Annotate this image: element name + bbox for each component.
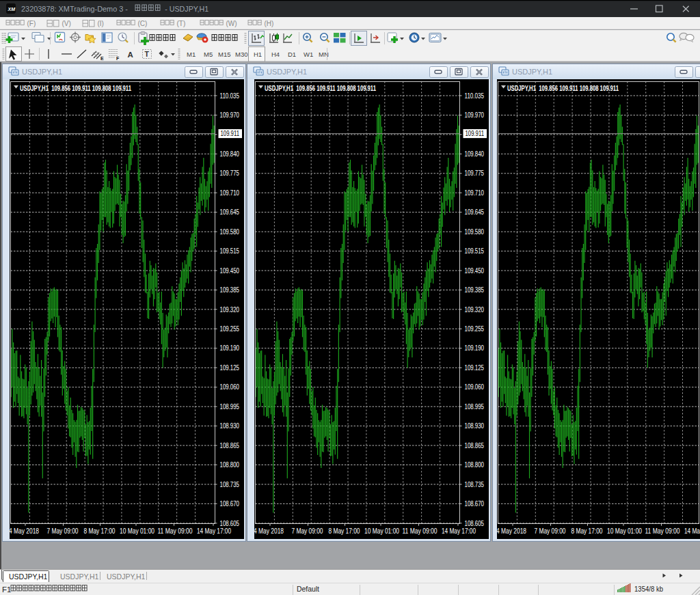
svg-text:7 May 09:00: 7 May 09:00 [535,527,566,535]
svg-text:108.800: 108.800 [465,461,485,469]
svg-text:109.450: 109.450 [220,267,240,275]
svg-text:109.255: 109.255 [465,325,485,333]
svg-text:M1: M1 [187,51,196,58]
svg-text:(F): (F) [27,20,36,27]
svg-text:109.125: 109.125 [465,364,485,372]
svg-text:23203878: XMTrading-Demo 3 -: 23203878: XMTrading-Demo 3 - [21,5,128,13]
svg-text:Default: Default [297,585,319,593]
svg-text:(T): (T) [177,20,186,27]
svg-text:11 May 09:00: 11 May 09:00 [645,527,680,535]
svg-text:M5: M5 [204,51,213,58]
svg-text:(W): (W) [226,20,237,27]
svg-text:109.970: 109.970 [220,111,240,119]
svg-text:- USDJPY,H1: - USDJPY,H1 [165,5,208,13]
svg-text:109.645: 109.645 [465,208,485,216]
svg-text:F1: F1 [2,585,11,594]
svg-text:108.930: 108.930 [465,422,485,430]
svg-text:109.060: 109.060 [465,383,485,391]
svg-text:109.710: 109.710 [465,189,485,197]
svg-text:(C): (C) [138,20,148,27]
svg-text:108.865: 108.865 [465,442,485,449]
svg-text:W1: W1 [304,51,313,58]
svg-text:7 May 09:00: 7 May 09:00 [292,527,323,535]
svg-text:10 May 01:00: 10 May 01:00 [364,527,399,535]
svg-text:110.035: 110.035 [465,92,485,100]
svg-text:F: F [116,56,120,61]
svg-text:D1: D1 [288,51,296,58]
svg-text:14 May 17:00: 14 May 17:00 [684,527,700,535]
svg-text:109.320: 109.320 [220,306,240,314]
svg-text:108.605: 108.605 [220,520,240,527]
svg-text:109.320: 109.320 [465,306,485,314]
svg-text:4 May 2018: 4 May 2018 [10,527,39,535]
svg-text:109.580: 109.580 [465,228,485,236]
svg-text:110.035: 110.035 [220,92,240,100]
svg-text:109.450: 109.450 [465,267,485,275]
svg-text:109.840: 109.840 [465,150,485,158]
svg-text:108.930: 108.930 [220,422,240,430]
svg-text:10 May 01:00: 10 May 01:00 [120,527,154,535]
svg-text:109.255: 109.255 [220,325,240,333]
svg-text:11 May 09:00: 11 May 09:00 [403,527,438,535]
svg-text:8 May 17:00: 8 May 17:00 [571,527,603,535]
svg-text:A: A [128,51,133,59]
svg-text:M30: M30 [235,51,247,58]
svg-text:109.190: 109.190 [220,344,240,352]
svg-text:109.515: 109.515 [465,247,485,255]
svg-text:14 May 17:00: 14 May 17:00 [442,527,476,535]
svg-text:1354/8 kb: 1354/8 kb [634,585,663,593]
svg-text:USDJPY,H1: USDJPY,H1 [60,572,99,581]
svg-text:108.800: 108.800 [220,461,240,469]
svg-text:109.775: 109.775 [465,169,485,177]
svg-text:8 May 17:00: 8 May 17:00 [329,527,360,535]
svg-text:109.125: 109.125 [220,364,240,372]
svg-text:108.670: 108.670 [465,500,485,508]
svg-text:108.995: 108.995 [220,403,240,411]
svg-text:109.775: 109.775 [220,169,240,177]
svg-text:109.580: 109.580 [220,228,240,236]
svg-text:T: T [145,50,150,58]
svg-text:109.515: 109.515 [220,247,240,255]
svg-text:(V): (V) [62,20,71,27]
svg-text:4 May 2018: 4 May 2018 [254,527,284,535]
svg-text:4 May 2018: 4 May 2018 [497,527,526,535]
svg-text:USDJPY,H1 109.856 109.911 109: USDJPY,H1 109.856 109.911 109.808 109.91… [265,85,376,92]
svg-text:108.670: 108.670 [220,500,240,508]
svg-text:109.911: 109.911 [466,130,485,137]
svg-text:108.735: 108.735 [465,481,485,488]
svg-text:108.995: 108.995 [465,403,485,411]
svg-text:11 May 09:00: 11 May 09:00 [158,527,193,535]
svg-text:109.060: 109.060 [220,383,240,391]
svg-text:H4: H4 [271,51,280,58]
svg-text:(I): (I) [98,20,104,27]
svg-text:E: E [100,56,104,61]
svg-text:108.605: 108.605 [465,520,485,527]
svg-text:14 May 17:00: 14 May 17:00 [197,527,231,535]
svg-text:USDJPY,H1: USDJPY,H1 [512,68,552,76]
svg-text:USDJPY,H1 109.856 109.911 109: USDJPY,H1 109.856 109.911 109.808 109.91… [20,85,131,92]
svg-text:108.735: 108.735 [220,481,240,488]
svg-text:109.710: 109.710 [220,189,240,197]
svg-text:(H): (H) [265,20,274,27]
svg-text:109.190: 109.190 [465,344,485,352]
svg-text:7 May 09:00: 7 May 09:00 [47,527,79,535]
svg-text:USDJPY,H1: USDJPY,H1 [267,68,307,76]
svg-text:M15: M15 [218,51,230,58]
svg-text:109.970: 109.970 [465,111,485,119]
svg-text:USDJPY,H1 109.856 109.911 109: USDJPY,H1 109.856 109.911 109.808 109.91… [507,85,619,92]
svg-text:108.865: 108.865 [220,442,240,449]
svg-text:XM: XM [8,7,16,12]
svg-text:109.385: 109.385 [220,286,240,294]
svg-text:109.911: 109.911 [221,130,240,137]
svg-text:H1: H1 [254,51,262,58]
svg-text:109.840: 109.840 [220,150,240,158]
svg-text:USDJPY,H1: USDJPY,H1 [22,68,62,76]
svg-text:8 May 17:00: 8 May 17:00 [84,527,116,535]
svg-text:USDJPY,H1: USDJPY,H1 [107,572,146,581]
svg-text:109.385: 109.385 [465,286,485,294]
svg-text:10 May 01:00: 10 May 01:00 [607,527,642,535]
svg-text:USDJPY,H1: USDJPY,H1 [9,572,48,581]
svg-text:109.645: 109.645 [220,208,240,216]
